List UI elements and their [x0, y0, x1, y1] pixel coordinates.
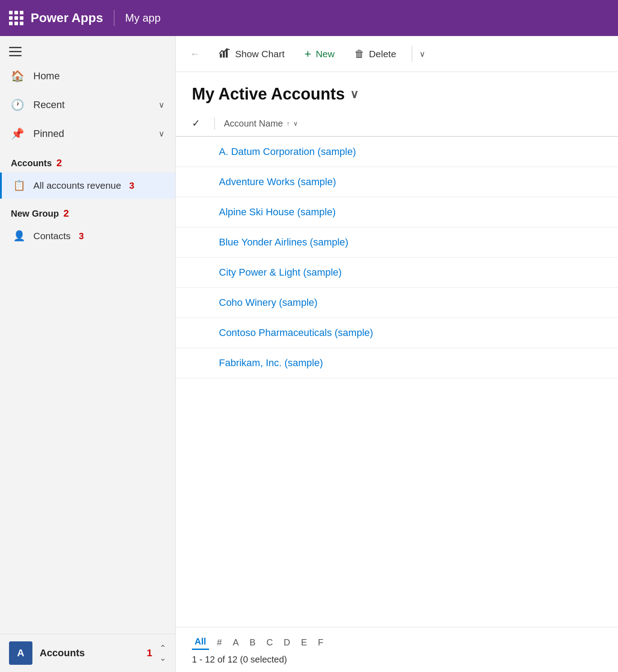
all-accounts-badge: 3: [129, 181, 134, 191]
all-accounts-revenue-label: All accounts revenue: [33, 180, 121, 191]
account-name-cell: Adventure Works (sample): [219, 176, 336, 187]
sort-desc-icon[interactable]: ∨: [293, 120, 298, 127]
sidebar-item-contacts[interactable]: 👤 Contacts 3: [0, 223, 175, 249]
delete-label: Delete: [369, 49, 396, 59]
toolbar: ← Show Chart + New 🗑 Delete: [176, 36, 618, 72]
alpha-b[interactable]: B: [247, 636, 258, 649]
title-chevron-icon[interactable]: ∨: [350, 87, 359, 101]
table-row[interactable]: Coho Winery (sample): [176, 288, 618, 318]
svg-rect-0: [220, 54, 222, 58]
new-group-section-label: New Group: [11, 209, 59, 219]
account-name-cell: Alpine Ski House (sample): [219, 206, 336, 218]
page-info: 1 - 12 of 12 (0 selected): [192, 654, 602, 665]
select-all-checkbox[interactable]: ✓: [192, 118, 205, 129]
toolbar-more-chevron-icon[interactable]: ∨: [419, 49, 425, 59]
account-name-cell: A. Datum Corporation (sample): [219, 146, 356, 157]
table-row[interactable]: Adventure Works (sample): [176, 167, 618, 197]
sidebar-recent-label: Recent: [33, 99, 150, 111]
sidebar-top: [0, 36, 175, 62]
alpha-f[interactable]: F: [315, 636, 326, 649]
app-grid-icon[interactable]: [9, 11, 23, 25]
new-button[interactable]: + New: [296, 42, 343, 65]
contacts-icon: 👤: [13, 230, 25, 242]
recent-icon: 🕐: [11, 99, 24, 111]
sidebar: 🏠 Home 🕐 Recent ∨ 📌 Pinned ∨ Accounts 2 …: [0, 36, 176, 672]
table-row[interactable]: City Power & Light (sample): [176, 258, 618, 288]
sidebar-item-pinned[interactable]: 📌 Pinned ∨: [0, 119, 175, 148]
hamburger-button[interactable]: [9, 47, 22, 56]
app-name: Power Apps: [31, 11, 103, 25]
alpha-a[interactable]: A: [230, 636, 241, 649]
table-row[interactable]: Contoso Pharmaceuticals (sample): [176, 318, 618, 348]
table-header-separator: [214, 117, 215, 130]
account-name-cell: Blue Yonder Airlines (sample): [219, 236, 348, 248]
sidebar-item-recent[interactable]: 🕐 Recent ∨: [0, 91, 175, 119]
table-header-row: ✓ Account Name ↑ ∨: [176, 111, 618, 137]
accounts-list-icon: 📋: [13, 180, 25, 191]
new-group-section-header: New Group 2: [0, 199, 175, 223]
toolbar-separator: [412, 46, 412, 62]
new-group-section-badge: 2: [64, 208, 69, 219]
contacts-badge: 3: [79, 231, 84, 241]
show-chart-label: Show Chart: [235, 49, 285, 59]
page-title: My Active Accounts ∨: [192, 85, 602, 104]
alpha-e[interactable]: E: [298, 636, 309, 649]
sidebar-pinned-label: Pinned: [33, 128, 150, 140]
sidebar-item-all-accounts-revenue[interactable]: 📋 All accounts revenue 3: [0, 173, 175, 199]
content-main: My Active Accounts ∨ ✓ Account Name ↑ ∨: [176, 72, 618, 672]
accounts-section-badge: 2: [56, 157, 62, 169]
table-row[interactable]: Alpine Ski House (sample): [176, 197, 618, 227]
account-name-label: Account Name: [224, 118, 283, 129]
account-name-cell: City Power & Light (sample): [219, 267, 342, 278]
sidebar-home-label: Home: [33, 70, 164, 82]
account-name-cell: Contoso Pharmaceuticals (sample): [219, 327, 373, 338]
alpha-c[interactable]: C: [264, 636, 275, 649]
home-icon: 🏠: [11, 70, 24, 82]
topbar: Power Apps My app: [0, 0, 618, 36]
trash-icon: 🗑: [354, 48, 364, 60]
accounts-table: ✓ Account Name ↑ ∨ A. Datum Corporation …: [176, 111, 618, 627]
app-subtitle: My app: [125, 12, 161, 24]
page-title-text: My Active Accounts: [192, 85, 345, 104]
svg-rect-2: [226, 49, 227, 57]
account-name-column-header[interactable]: Account Name ↑ ∨: [224, 118, 298, 129]
sidebar-bottom-badge: 1: [147, 647, 152, 659]
accounts-section-label: Accounts: [11, 158, 52, 168]
sort-asc-icon[interactable]: ↑: [286, 120, 290, 127]
recent-chevron-icon: ∨: [159, 100, 164, 110]
avatar: A: [9, 641, 32, 665]
sidebar-bottom-label: Accounts: [40, 647, 140, 659]
table-row[interactable]: Fabrikam, Inc. (sample): [176, 348, 618, 378]
avatar-letter: A: [17, 647, 24, 659]
alpha-d[interactable]: D: [281, 636, 293, 649]
pin-icon: 📌: [11, 127, 24, 140]
sidebar-bottom[interactable]: A Accounts 1 ⌃⌄: [0, 634, 175, 672]
accounts-section-header: Accounts 2: [0, 148, 175, 173]
alpha-all[interactable]: All: [192, 635, 209, 650]
main-area: 🏠 Home 🕐 Recent ∨ 📌 Pinned ∨ Accounts 2 …: [0, 36, 618, 672]
account-name-cell: Fabrikam, Inc. (sample): [219, 357, 323, 368]
sidebar-bottom-chevron-icon: ⌃⌄: [159, 643, 166, 663]
alpha-navigation: All # A B C D E F: [192, 635, 602, 650]
contacts-label: Contacts: [33, 231, 71, 241]
plus-icon: +: [304, 47, 311, 61]
back-button[interactable]: ←: [186, 45, 204, 64]
table-row[interactable]: A. Datum Corporation (sample): [176, 137, 618, 167]
show-chart-button[interactable]: Show Chart: [211, 42, 293, 65]
delete-button[interactable]: 🗑 Delete: [346, 44, 404, 64]
pagination-area: All # A B C D E F 1 - 12 of 12 (0 select…: [176, 627, 618, 672]
chart-icon: [219, 47, 231, 61]
content-area: ← Show Chart + New 🗑 Delete: [176, 36, 618, 672]
sidebar-item-home[interactable]: 🏠 Home: [0, 62, 175, 91]
account-name-cell: Coho Winery (sample): [219, 297, 318, 308]
pinned-chevron-icon: ∨: [159, 129, 164, 139]
topbar-divider: [114, 10, 114, 26]
new-label: New: [316, 49, 335, 59]
table-row[interactable]: Blue Yonder Airlines (sample): [176, 227, 618, 258]
content-header: My Active Accounts ∨: [176, 72, 618, 111]
alpha-hash[interactable]: #: [214, 636, 225, 649]
